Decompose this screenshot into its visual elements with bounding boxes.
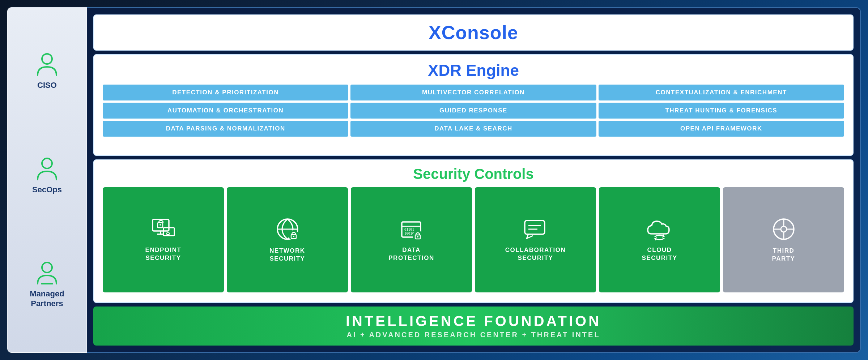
xdr-cell-2: CONTEXTUALIZATION & ENRICHMENT: [599, 85, 844, 100]
security-card-cloud: CLOUDSECURITY: [599, 187, 720, 292]
data-icon: 01101 10010: [399, 218, 424, 241]
cloud-icon: [646, 218, 673, 241]
xdr-cell-3: AUTOMATION & ORCHESTRATION: [103, 103, 348, 119]
svg-rect-11: [167, 233, 169, 235]
security-card-endpoint: ENDPOINTSECURITY: [103, 187, 224, 292]
secops-icon: [36, 156, 58, 181]
main-content: XConsole XDR Engine DETECTION & PRIORITI…: [87, 7, 861, 353]
xdr-cell-1: MULTIVECTOR CORRELATION: [350, 85, 596, 100]
svg-point-8: [159, 224, 161, 226]
network-label: NETWORKSECURITY: [269, 247, 305, 263]
collaboration-icon: [523, 218, 548, 241]
xdr-cell-0: DETECTION & PRIORITIZATION: [103, 85, 348, 100]
svg-point-23: [417, 236, 418, 237]
security-card-collaboration: COLLABORATIONSECURITY: [475, 187, 596, 292]
xconsole-panel: XConsole: [93, 14, 854, 51]
security-grid: ENDPOINTSECURITY: [103, 187, 844, 292]
third-party-icon: [771, 217, 796, 242]
svg-text:01101: 01101: [404, 228, 414, 231]
xdr-title: XDR Engine: [103, 61, 844, 80]
network-icon: [275, 217, 300, 242]
svg-point-1: [42, 158, 52, 168]
security-title: Security Controls: [103, 166, 844, 182]
svg-rect-24: [525, 220, 545, 234]
security-card-data: 01101 10010 DATAPROTECTION: [351, 187, 472, 292]
endpoint-icon: [151, 218, 176, 241]
xconsole-title: XConsole: [429, 22, 518, 43]
managed-partners-label: ManagedPartners: [30, 289, 64, 308]
security-card-third-party: THIRDPARTY: [723, 187, 844, 292]
ciso-label: CISO: [37, 81, 57, 90]
intelligence-title: INTELLIGENCE FOUNDATION: [346, 313, 601, 329]
svg-point-16: [293, 236, 294, 237]
svg-point-28: [781, 226, 787, 232]
ciso-icon: [36, 52, 58, 77]
sidebar: CISO SecOps ManagedPartners: [7, 7, 87, 353]
intelligence-panel: INTELLIGENCE FOUNDATION AI + ADVANCED RE…: [93, 307, 854, 346]
security-panel: Security Controls: [93, 159, 854, 303]
main-layout: CISO SecOps ManagedPartners: [7, 7, 861, 353]
intelligence-subtitle: AI + ADVANCED RESEARCH CENTER + THREAT I…: [346, 331, 600, 339]
sidebar-item-managed-partners: ManagedPartners: [30, 260, 64, 308]
xdr-grid: DETECTION & PRIORITIZATION MULTIVECTOR C…: [103, 85, 844, 137]
third-party-label: THIRDPARTY: [772, 247, 795, 263]
managed-partners-icon: [36, 260, 58, 286]
collaboration-label: COLLABORATIONSECURITY: [505, 246, 566, 262]
xdr-cell-4: GUIDED RESPONSE: [350, 103, 596, 119]
xdr-panel: XDR Engine DETECTION & PRIORITIZATION MU…: [93, 54, 854, 156]
xdr-cell-8: OPEN API FRAMEWORK: [599, 121, 844, 137]
xdr-cell-6: DATA PARSING & NORMALIZATION: [103, 121, 348, 137]
data-label: DATAPROTECTION: [388, 246, 434, 262]
xdr-cell-5: THREAT HUNTING & FORENSICS: [599, 103, 844, 119]
sidebar-item-ciso: CISO: [36, 52, 58, 90]
endpoint-label: ENDPOINTSECURITY: [145, 246, 182, 262]
svg-point-2: [42, 262, 52, 273]
security-card-network: NETWORKSECURITY: [227, 187, 348, 292]
sidebar-item-secops: SecOps: [32, 156, 62, 194]
xdr-cell-7: DATA LAKE & SEARCH: [350, 121, 596, 137]
secops-label: SecOps: [32, 185, 62, 194]
svg-point-0: [42, 54, 52, 64]
svg-text:10010: 10010: [404, 232, 414, 235]
cloud-label: CLOUDSECURITY: [642, 246, 677, 262]
